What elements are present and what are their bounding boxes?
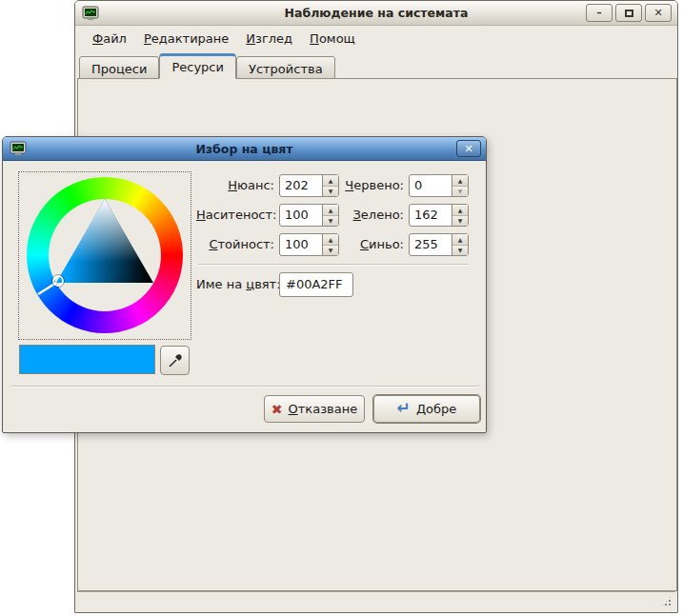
color-wheel-area[interactable] — [18, 171, 191, 340]
red-spin-down-icon[interactable]: ▼ — [452, 187, 468, 197]
tab-resources[interactable]: Ресурси — [159, 53, 236, 79]
maximize-button[interactable] — [615, 4, 642, 22]
saturation-value-triangle[interactable] — [27, 177, 183, 333]
resize-grip[interactable] — [660, 595, 673, 607]
green-spinner[interactable]: 162 ▲▼ — [409, 204, 469, 227]
tab-devices[interactable]: Устройства — [236, 56, 335, 79]
ok-button-label: Добре — [416, 402, 456, 416]
buttons-separator — [10, 386, 479, 387]
eyedropper-icon — [167, 352, 184, 369]
statusbar — [77, 591, 675, 610]
dialog-close-icon: ✕ — [464, 143, 472, 155]
red-label: Червено: — [326, 178, 404, 192]
hue-label: Нюанс: — [196, 178, 274, 192]
menu-view[interactable]: Изглед — [237, 29, 301, 49]
eyedropper-button[interactable] — [160, 346, 190, 375]
ok-button[interactable]: ↵ Добре — [373, 395, 480, 423]
menubar: Файл Редактиране Изглед Помощ — [77, 27, 675, 50]
menu-help[interactable]: Помощ — [301, 29, 364, 49]
window-titlebar[interactable]: Наблюдение на системата – ✕ — [75, 1, 677, 26]
selected-color-preview — [19, 345, 155, 374]
dialog-title: Избор на цвят — [3, 142, 486, 156]
minimize-button[interactable]: – — [586, 4, 613, 22]
red-spin-up-icon[interactable]: ▲ — [452, 175, 468, 187]
dialog-close-button[interactable]: ✕ — [456, 140, 481, 157]
system-monitor-icon — [82, 6, 99, 21]
dialog-titlebar[interactable]: Избор на цвят ✕ — [3, 137, 486, 161]
fields-separator — [198, 264, 469, 266]
color-name-input[interactable]: #00A2FF — [279, 272, 353, 297]
maximize-icon — [625, 10, 633, 17]
green-spin-down-icon[interactable]: ▼ — [452, 216, 468, 227]
close-button[interactable]: ✕ — [645, 4, 672, 22]
cancel-button-label: Отказване — [289, 402, 358, 416]
red-spinner[interactable]: 0 ▲▼ — [409, 174, 469, 197]
value-label: Стойност: — [196, 237, 274, 251]
minimize-icon: – — [596, 8, 602, 18]
blue-label: Синьо: — [326, 237, 404, 251]
color-name-label: Име на цвят: — [196, 277, 274, 291]
color-picker-dialog: Избор на цвят ✕ — [2, 136, 487, 433]
blue-spin-up-icon[interactable]: ▲ — [452, 234, 468, 246]
green-label: Зелено: — [326, 208, 404, 222]
menu-file[interactable]: Файл — [84, 29, 135, 49]
cancel-x-icon: ✖ — [271, 403, 283, 416]
saturation-label: Наситеност: — [196, 208, 274, 222]
blue-spin-down-icon[interactable]: ▼ — [452, 246, 468, 256]
close-icon: ✕ — [653, 8, 662, 18]
green-spin-up-icon[interactable]: ▲ — [452, 205, 468, 216]
tabstrip: Процеси Ресурси Устройства — [79, 53, 673, 79]
ok-arrow-icon: ↵ — [397, 400, 411, 416]
cancel-button[interactable]: ✖ Отказване — [264, 395, 365, 423]
tab-processes[interactable]: Процеси — [79, 56, 159, 79]
blue-spinner[interactable]: 255 ▲▼ — [409, 233, 469, 256]
dialog-app-icon — [10, 141, 27, 156]
screenshot-stage: Наблюдение на системата – ✕ Файл Редакти… — [0, 0, 683, 616]
menu-edit[interactable]: Редактиране — [135, 29, 237, 49]
